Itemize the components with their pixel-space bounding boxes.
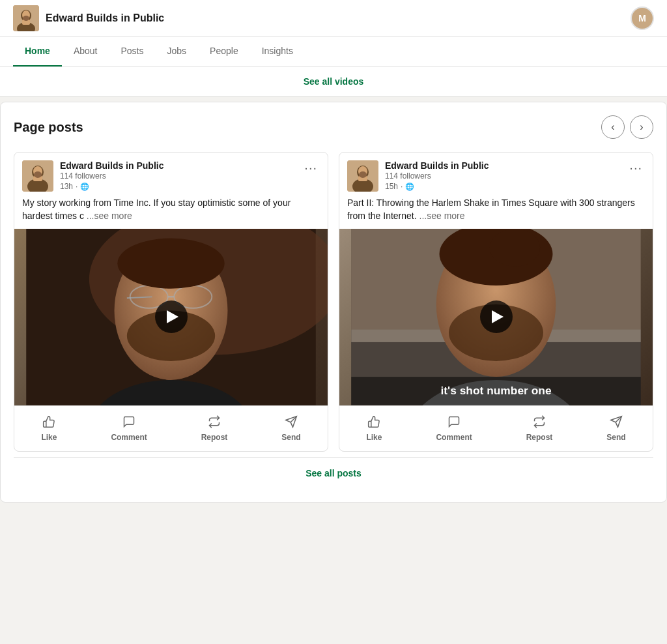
- post-followers-2: 114 followers: [385, 171, 620, 181]
- post-author-2: Edward Builds in Public: [385, 160, 620, 171]
- post-header-1: Edward Builds in Public 114 followers 13…: [14, 153, 328, 197]
- top-bar: Edward Builds in Public M: [0, 0, 667, 37]
- section-title: Page posts: [14, 120, 83, 135]
- nav-item-insights[interactable]: Insights: [250, 37, 305, 66]
- send-label-1: Send: [281, 433, 300, 442]
- post-card-1: Edward Builds in Public 114 followers 13…: [14, 152, 328, 452]
- comment-icon-1: [122, 415, 135, 430]
- post-actions-1: Like Comment Repost: [14, 405, 328, 451]
- dot-separator-1: ·: [76, 182, 78, 191]
- post-nav-arrows: ‹ ›: [601, 115, 653, 139]
- page-content: See all videos Page posts ‹ ›: [0, 67, 667, 503]
- post-time-2: 15h: [385, 182, 398, 191]
- post-header-2: Edward Builds in Public 114 followers 15…: [339, 153, 653, 197]
- nav-item-jobs[interactable]: Jobs: [156, 37, 199, 66]
- like-label-1: Like: [41, 433, 57, 442]
- post-more-menu-1[interactable]: ···: [302, 160, 320, 175]
- play-button-1[interactable]: [155, 300, 188, 333]
- send-icon-2: [610, 415, 623, 430]
- post-meta-1: Edward Builds in Public 114 followers 13…: [60, 160, 295, 191]
- like-button-1[interactable]: Like: [33, 411, 64, 446]
- user-avatar[interactable]: M: [631, 7, 654, 30]
- send-button-2[interactable]: Send: [599, 411, 633, 446]
- nav-item-people[interactable]: People: [198, 37, 250, 66]
- repost-icon-1: [208, 415, 221, 430]
- svg-text:it's shot number one: it's shot number one: [440, 384, 552, 397]
- post-time-row-2: 15h · 🌐: [385, 182, 620, 191]
- post-text-1: My story working from Time Inc. If you s…: [14, 197, 328, 229]
- nav-item-posts[interactable]: Posts: [109, 37, 156, 66]
- like-icon-2: [367, 415, 380, 430]
- post-followers-1: 114 followers: [60, 171, 295, 181]
- globe-icon-1: 🌐: [80, 183, 89, 191]
- post-video-1[interactable]: [14, 229, 328, 405]
- like-label-2: Like: [366, 433, 382, 442]
- prev-arrow-button[interactable]: ‹: [601, 115, 625, 139]
- svg-point-5: [23, 16, 29, 21]
- posts-grid: Edward Builds in Public 114 followers 13…: [14, 152, 653, 452]
- post-avatar-2[interactable]: [347, 160, 378, 192]
- post-actions-2: Like Comment Repost: [339, 405, 653, 451]
- repost-label-1: Repost: [201, 433, 228, 442]
- post-author-1: Edward Builds in Public: [60, 160, 295, 171]
- post-avatar-1[interactable]: [22, 160, 53, 192]
- nav-item-home[interactable]: Home: [13, 37, 62, 66]
- comment-button-2[interactable]: Comment: [428, 411, 479, 446]
- globe-icon-2: 🌐: [405, 183, 414, 191]
- post-text-2: Part II: Throwing the Harlem Shake in Ti…: [339, 197, 653, 229]
- send-label-2: Send: [606, 433, 625, 442]
- comment-label-1: Comment: [111, 433, 147, 442]
- nav-bar: Home About Posts Jobs People Insights: [0, 37, 667, 67]
- dot-separator-2: ·: [401, 182, 403, 191]
- company-logo[interactable]: [13, 5, 39, 31]
- repost-label-2: Repost: [526, 433, 553, 442]
- see-more-2[interactable]: ...see more: [419, 211, 465, 221]
- post-time-row-1: 13h · 🌐: [60, 182, 295, 191]
- svg-point-36: [490, 229, 540, 267]
- page-title: Edward Builds in Public: [46, 12, 164, 24]
- next-arrow-button[interactable]: ›: [630, 115, 653, 139]
- page-posts-section: Page posts ‹ ›: [0, 102, 667, 503]
- svg-point-20: [117, 239, 224, 289]
- comment-button-1[interactable]: Comment: [103, 411, 154, 446]
- post-card-2: Edward Builds in Public 114 followers 15…: [339, 152, 653, 452]
- repost-button-1[interactable]: Repost: [193, 411, 236, 446]
- post-more-menu-2[interactable]: ···: [627, 160, 645, 175]
- section-header: Page posts ‹ ›: [14, 115, 653, 139]
- see-more-1[interactable]: ...see more: [87, 211, 132, 221]
- like-button-2[interactable]: Like: [358, 411, 390, 446]
- post-meta-2: Edward Builds in Public 114 followers 15…: [385, 160, 620, 191]
- svg-point-11: [34, 171, 42, 178]
- send-icon-1: [285, 415, 298, 430]
- repost-button-2[interactable]: Repost: [518, 411, 561, 446]
- post-video-2[interactable]: it's shot number one: [339, 229, 653, 405]
- like-icon-1: [42, 415, 55, 430]
- comment-label-2: Comment: [436, 433, 472, 442]
- nav-item-about[interactable]: About: [62, 37, 109, 66]
- play-button-2[interactable]: [480, 300, 513, 333]
- post-time-1: 13h: [60, 182, 73, 191]
- see-all-videos-link[interactable]: See all videos: [0, 67, 667, 96]
- repost-icon-2: [533, 415, 546, 430]
- svg-point-29: [359, 171, 367, 178]
- send-button-1[interactable]: Send: [274, 411, 308, 446]
- see-all-posts-link[interactable]: See all posts: [14, 457, 653, 489]
- comment-icon-2: [447, 415, 461, 430]
